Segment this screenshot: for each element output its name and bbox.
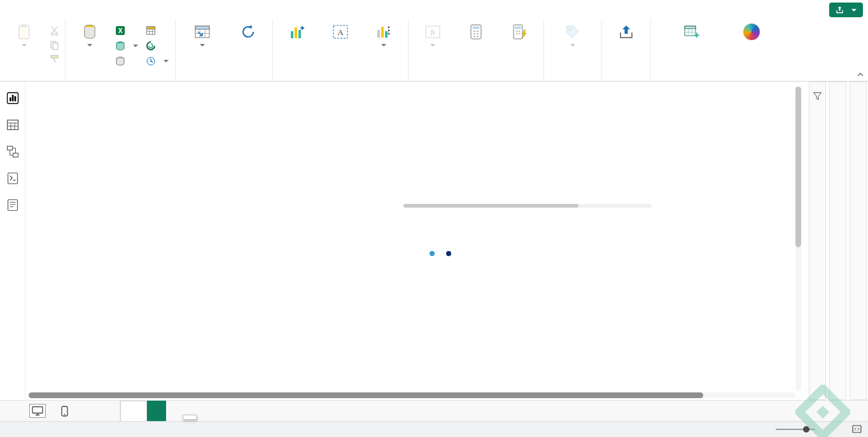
group-label-insertar — [276, 70, 405, 81]
paste-button[interactable] — [3, 21, 45, 47]
status-bar — [0, 421, 868, 437]
sensitivity-button[interactable] — [547, 21, 598, 47]
chart-plot — [454, 264, 670, 323]
dataverse-icon — [146, 41, 156, 51]
legend-dot-anterior — [430, 251, 435, 256]
chevron-down-icon — [381, 44, 386, 47]
svg-text:fx: fx — [430, 29, 435, 36]
menubar — [0, 0, 868, 19]
refresh-button[interactable] — [227, 21, 269, 43]
onelake-catalog-button[interactable] — [112, 38, 141, 54]
desktop-layout-button[interactable] — [29, 404, 46, 418]
table-view-icon[interactable] — [5, 117, 20, 133]
transform-data-button[interactable] — [179, 21, 226, 47]
new-measure-button[interactable] — [455, 21, 497, 43]
ribbon: X — [0, 19, 868, 82]
new-visual-button[interactable] — [276, 21, 318, 43]
data-pane-collapsed[interactable] — [850, 82, 867, 400]
publish-button[interactable] — [605, 21, 647, 43]
zoom-slider-thumb[interactable] — [803, 426, 809, 433]
filters-pane-collapsed[interactable] — [809, 82, 826, 400]
group-label-confidencialidad — [547, 70, 598, 81]
chevron-down-icon — [22, 44, 27, 47]
chevron-down-icon — [87, 44, 92, 47]
chevron-down-icon — [200, 44, 205, 47]
fx-icon: fx — [424, 24, 441, 40]
page-tab-bar — [0, 400, 868, 421]
quick-measure-icon — [511, 24, 528, 40]
group-label-calculos — [412, 70, 540, 81]
ai-data-prep-button[interactable] — [654, 21, 729, 43]
sql-server-icon — [115, 56, 125, 66]
line-chart-evolucion-ventas[interactable] — [430, 238, 799, 376]
excel-workbook-button[interactable]: X — [112, 23, 141, 38]
text-box-button[interactable]: A — [319, 21, 361, 43]
chart-category-scrollbar[interactable] — [403, 204, 652, 208]
line-chart-tickets-descuento[interactable] — [375, 96, 795, 209]
recent-sources-icon — [146, 56, 156, 66]
view-switcher-rail — [0, 82, 25, 400]
copilot-icon — [743, 24, 760, 40]
copilot-button[interactable] — [731, 21, 773, 43]
vertical-scrollbar[interactable] — [795, 87, 801, 391]
report-view-icon[interactable] — [5, 90, 20, 106]
enter-data-table-icon — [146, 25, 156, 36]
model-view-icon[interactable] — [5, 144, 20, 159]
format-painter-icon[interactable] — [48, 53, 60, 64]
chevron-down-icon — [133, 45, 138, 47]
add-page-button[interactable] — [147, 401, 166, 421]
dax-query-view-icon[interactable] — [5, 171, 20, 186]
database-icon — [81, 24, 98, 40]
share-icon — [836, 6, 844, 14]
more-visuals-button[interactable] — [363, 21, 405, 47]
sql-server-button[interactable] — [112, 54, 141, 69]
legend-dot-seleccionado — [446, 251, 451, 256]
ribbon-group-compartir — [602, 19, 651, 81]
chevron-down-icon — [851, 9, 857, 11]
group-label-copilot — [654, 70, 773, 81]
ribbon-group-insertar: A — [273, 19, 409, 81]
filter-icon — [813, 92, 822, 100]
matrix-visual-mes-dia[interactable] — [38, 240, 395, 366]
new-visual-calculation-button[interactable]: fx — [412, 21, 454, 47]
text-box-icon: A — [332, 24, 349, 40]
ai-data-prep-icon — [683, 24, 700, 40]
group-label-compartir — [605, 70, 647, 81]
cut-icon[interactable] — [48, 25, 60, 36]
clipped-visual-title — [407, 385, 789, 392]
collapse-ribbon-icon[interactable] — [857, 69, 864, 78]
quick-measure-button[interactable] — [498, 21, 540, 43]
copy-icon[interactable] — [48, 39, 60, 50]
legend-item-seleccionado[interactable] — [446, 250, 454, 257]
ribbon-group-calculos: fx — [409, 19, 544, 81]
tmdl-view-icon[interactable] — [5, 197, 20, 213]
sensitivity-tag-icon — [564, 24, 581, 40]
visualizations-pane-collapsed[interactable] — [829, 82, 846, 400]
table-visual-sucursales[interactable] — [48, 98, 361, 206]
share-button[interactable] — [829, 3, 863, 17]
ribbon-group-consultas — [176, 19, 273, 81]
transform-data-icon — [194, 24, 211, 40]
more-visuals-icon — [375, 24, 392, 40]
get-data-button[interactable] — [69, 21, 111, 47]
mobile-layout-button[interactable] — [56, 404, 73, 418]
svg-text:A: A — [337, 27, 344, 37]
page-tab-leyder[interactable] — [99, 401, 120, 421]
enter-data-button[interactable] — [143, 23, 172, 38]
group-label-datos — [69, 70, 172, 81]
right-panels — [809, 82, 868, 400]
chevron-down-icon — [570, 44, 575, 47]
chevron-down-icon — [164, 60, 169, 62]
legend-item-anterior[interactable] — [430, 250, 437, 257]
calculator-icon — [468, 24, 484, 40]
ribbon-group-datos: X — [66, 19, 176, 81]
excel-icon: X — [115, 25, 125, 36]
dataverse-button[interactable] — [143, 38, 172, 54]
fit-to-page-icon[interactable] — [852, 425, 862, 434]
page-tab-tooltip — [183, 415, 197, 420]
recent-sources-button[interactable] — [143, 54, 172, 69]
page-tab-sanchez[interactable] — [120, 401, 147, 421]
horizontal-scrollbar[interactable] — [29, 392, 795, 398]
zoom-slider[interactable] — [776, 429, 815, 430]
report-canvas[interactable] — [25, 82, 803, 400]
